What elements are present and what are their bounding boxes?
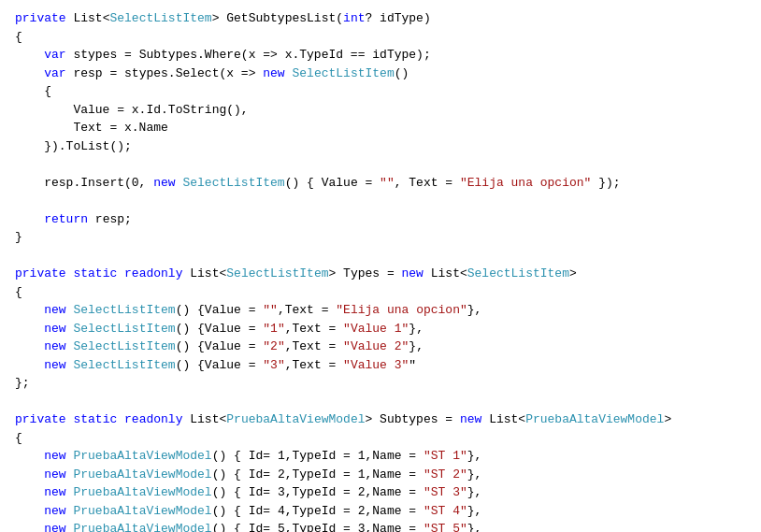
code-token: () { Id= 4,TypeId = 2,Name = — [212, 504, 424, 518]
code-token: }, — [409, 339, 424, 353]
code-token: { — [15, 30, 22, 44]
code-token: readonly — [124, 266, 182, 280]
code-token — [15, 322, 44, 336]
code-token: SelectListItem — [467, 266, 569, 280]
code-token: List< — [481, 412, 525, 426]
code-line: Text = x.Name — [15, 119, 746, 137]
code-token: }, — [467, 522, 482, 532]
code-line: new SelectListItem() {Value = "3",Text =… — [15, 356, 746, 375]
code-token: List< — [424, 266, 467, 280]
code-token: new — [402, 266, 424, 280]
code-token: "" — [263, 303, 278, 317]
code-line — [15, 393, 746, 411]
code-editor: private List<SelectListItem> GetSubtypes… — [0, 0, 761, 532]
code-token: () { Value = — [285, 176, 380, 190]
code-token — [117, 266, 124, 280]
code-token — [15, 66, 44, 80]
code-token: "ST 1" — [424, 449, 467, 463]
code-token: "Value 2" — [343, 339, 409, 353]
code-token: "2" — [263, 339, 284, 353]
code-token: static — [73, 266, 117, 280]
code-token: var — [44, 66, 65, 80]
code-token: }, — [467, 449, 482, 463]
code-content: private List<SelectListItem> GetSubtypes… — [15, 9, 746, 532]
code-token: "Value 3" — [343, 358, 409, 372]
code-token: () {Value = — [176, 358, 264, 372]
code-token: }, — [467, 485, 482, 499]
code-token: "ST 2" — [424, 467, 467, 482]
code-line: { — [15, 28, 746, 47]
code-token: PruebaAltaViewModel — [525, 412, 664, 426]
code-token: > Subtypes = — [366, 412, 460, 426]
code-token: ,Text = — [278, 303, 336, 317]
code-token: }).ToList(); — [15, 139, 132, 153]
code-line: { — [15, 283, 746, 302]
code-token: Text = x.Name — [15, 121, 168, 135]
code-line: return resp; — [15, 210, 746, 229]
code-token: () { Id= 5,TypeId = 3,Name = — [212, 522, 424, 532]
code-token: "Value 1" — [343, 322, 409, 336]
code-token: new — [44, 485, 65, 499]
code-token: "1" — [263, 322, 284, 336]
code-token — [15, 449, 44, 463]
code-token: SelectListItem — [226, 266, 328, 280]
code-token: }, — [467, 504, 482, 518]
code-token: new — [44, 467, 65, 482]
code-token: new — [44, 358, 65, 372]
code-token: { — [15, 431, 22, 445]
code-token: PruebaAltaViewModel — [73, 467, 211, 482]
code-token: () {Value = — [176, 303, 264, 317]
code-token: SelectListItem — [73, 358, 175, 372]
code-line: private static readonly List<PruebaAltaV… — [15, 410, 746, 429]
code-token: }); — [591, 176, 620, 190]
code-line — [15, 192, 746, 210]
code-token: }; — [15, 376, 30, 390]
code-token: SelectListItem — [182, 176, 284, 190]
code-token: PruebaAltaViewModel — [73, 504, 211, 518]
code-token: new — [44, 303, 65, 317]
code-token: () — [395, 66, 409, 80]
code-token: List< — [182, 266, 226, 280]
code-token — [15, 467, 44, 482]
code-line: private List<SelectListItem> GetSubtypes… — [15, 9, 746, 28]
code-token: static — [73, 412, 117, 426]
code-token: SelectListItem — [73, 303, 175, 317]
code-token: () {Value = — [176, 339, 264, 353]
code-token: ? idType) — [366, 11, 431, 25]
code-token: () { Id= 3,TypeId = 2,Name = — [212, 485, 424, 499]
code-line: new SelectListItem() {Value = "",Text = … — [15, 301, 746, 320]
code-token: , Text = — [395, 176, 460, 190]
code-token — [117, 412, 124, 426]
code-token: }, — [409, 322, 424, 336]
code-token: > Types = — [329, 266, 402, 280]
code-token: new — [460, 412, 481, 426]
code-token: private — [15, 266, 66, 280]
code-token: "3" — [263, 358, 284, 372]
code-token: resp; — [88, 212, 132, 226]
code-token: }, — [467, 303, 482, 317]
code-token: int — [343, 11, 365, 25]
code-line: resp.Insert(0, new SelectListItem() { Va… — [15, 174, 746, 193]
code-line: new PruebaAltaViewModel() { Id= 5,TypeId… — [15, 520, 746, 532]
code-token: { — [15, 84, 51, 98]
code-token: new — [44, 504, 65, 518]
code-line: }).ToList(); — [15, 137, 746, 156]
code-token: PruebaAltaViewModel — [73, 485, 211, 499]
code-line: }; — [15, 374, 746, 393]
code-token: () { Id= 2,TypeId = 1,Name = — [212, 467, 424, 482]
code-token: var — [44, 48, 65, 62]
code-token: stypes = Subtypes.Where(x => x.TypeId ==… — [66, 48, 431, 62]
code-token: PruebaAltaViewModel — [226, 412, 365, 426]
code-token: "ST 5" — [424, 522, 467, 532]
code-token: SelectListItem — [73, 339, 175, 353]
code-token: List< — [182, 412, 226, 426]
code-token: "" — [380, 176, 395, 190]
code-line: new PruebaAltaViewModel() { Id= 4,TypeId… — [15, 502, 746, 521]
code-line: new PruebaAltaViewModel() { Id= 2,TypeId… — [15, 466, 746, 484]
code-token: > GetSubtypesList( — [212, 11, 343, 25]
code-token: "ST 3" — [424, 485, 467, 499]
code-token — [15, 212, 44, 226]
code-token: " — [409, 358, 416, 372]
code-line: new SelectListItem() {Value = "2",Text =… — [15, 338, 746, 356]
code-token: List< — [73, 11, 109, 25]
